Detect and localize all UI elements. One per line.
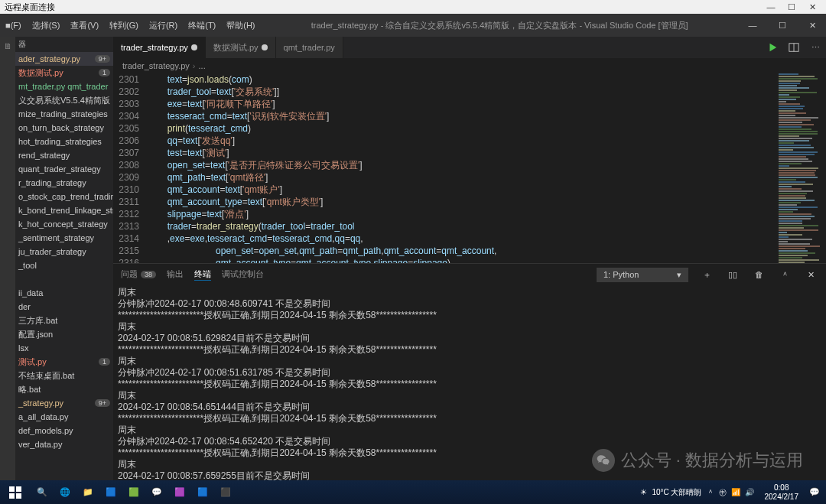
panel-tab[interactable]: 终端: [194, 268, 211, 281]
split-terminal-icon[interactable]: ▯▯: [725, 270, 740, 280]
code-line[interactable]: open_set=open_set,qmt_path=qmt_path,qmt_…: [147, 245, 772, 257]
search-icon[interactable]: 🔍: [31, 480, 54, 504]
breadcrumb[interactable]: trader_strategy.py › ...: [113, 58, 826, 73]
explorer-item[interactable]: _sentiment_strategy: [15, 231, 113, 245]
explorer-item[interactable]: def_models.py: [15, 424, 113, 437]
code-line[interactable]: slippage=text['滑点']: [147, 208, 772, 220]
split-editor-icon[interactable]: [783, 37, 805, 58]
vscode-taskbar-icon[interactable]: 🟦: [191, 480, 214, 504]
panel-tab[interactable]: 输出: [167, 268, 184, 280]
breadcrumb-more[interactable]: ...: [199, 61, 206, 70]
panel-tab[interactable]: 问题38: [121, 268, 156, 280]
wifi-icon[interactable]: 📶: [731, 488, 740, 496]
run-icon[interactable]: [762, 37, 783, 58]
code-line[interactable]: qmt_account_type=qmt_account_type,slippa…: [147, 257, 772, 263]
code-line[interactable]: exe=text['同花顺下单路径']: [147, 98, 772, 110]
more-icon[interactable]: ⋯: [805, 37, 826, 58]
code-editor[interactable]: 2301230223032304230523062307230823092310…: [113, 73, 772, 263]
maximize-panel-icon[interactable]: ＾: [777, 269, 792, 281]
explorer-item[interactable]: ver_data.py: [15, 437, 113, 451]
rdp-minimize-icon[interactable]: —: [762, 2, 780, 11]
explorer-item[interactable]: ju_trader_strategy: [15, 245, 113, 259]
app-icon-2[interactable]: 🟩: [122, 480, 145, 504]
app-icon-1[interactable]: 🟦: [99, 480, 122, 504]
explorer-item[interactable]: rend_strategy: [15, 148, 113, 162]
explorer-item[interactable]: ii_data: [15, 286, 113, 300]
new-terminal-icon[interactable]: ＋: [699, 269, 714, 281]
code-line[interactable]: trader_tool=text['交易系统']]: [147, 86, 772, 98]
code-line[interactable]: qmt_account=text['qmt账户']: [147, 184, 772, 196]
code-line[interactable]: qmt_account_type=text['qmt账户类型']: [147, 196, 772, 208]
explorer-item[interactable]: der: [15, 300, 113, 314]
edge-icon[interactable]: 🌐: [54, 480, 76, 504]
explorer-item[interactable]: mt_trader.py qmt_trader: [15, 80, 113, 93]
editor-tab[interactable]: trader_strategy.py: [113, 37, 206, 58]
explorer-icon[interactable]: 🗎: [0, 41, 15, 60]
explorer-item[interactable]: r_trading_strategy: [15, 176, 113, 190]
code-line[interactable]: ,exe=exe,tesseract_cmd=tesseract_cmd,qq=…: [147, 232, 772, 245]
explorer-item[interactable]: quant_trader_strategy: [15, 162, 113, 176]
app-icon-3[interactable]: 🟪: [168, 480, 191, 504]
explorer-item[interactable]: 测试.py1: [15, 355, 113, 369]
explorer-item[interactable]: 数据测试.py1: [15, 66, 113, 80]
code-line[interactable]: tesseract_cmd=text['识别软件安装位置']: [147, 110, 772, 122]
explorer-item[interactable]: k_bond_trend_linkage_strategy: [15, 203, 113, 217]
editor-tab[interactable]: qmt_trader.py: [276, 37, 343, 58]
vscode-minimize-icon[interactable]: —: [739, 21, 766, 30]
explorer-item[interactable]: hot_trading_strategies: [15, 135, 113, 148]
explorer-item[interactable]: _tool: [15, 259, 113, 272]
system-tray[interactable]: ☀ 10°C 大部晴朗 ＾ ㊥ 📶 🔊: [634, 487, 759, 498]
explorer-item[interactable]: 三方库.bat: [15, 314, 113, 327]
trash-icon[interactable]: 🗑: [751, 270, 766, 279]
explorer-item[interactable]: o_stock_cap_trend_trading: [15, 190, 113, 203]
terminal-output[interactable]: 周末分钟脉冲2024-02-17 00:08:48.609741 不是交易时间*…: [113, 285, 826, 480]
volume-icon[interactable]: 🔊: [745, 488, 754, 496]
code-line[interactable]: open_set=text['是否开启特殊证券公司交易设置']: [147, 159, 772, 171]
menu-help[interactable]: 帮助(H): [221, 14, 260, 37]
explorer-item[interactable]: lsx: [15, 341, 113, 355]
explorer-item[interactable]: 不结束桌面.bat: [15, 369, 113, 382]
wechat-icon[interactable]: 💬: [145, 480, 168, 504]
rdp-maximize-icon[interactable]: ☐: [782, 2, 801, 12]
tray-chevron-icon[interactable]: ＾: [707, 487, 714, 498]
close-panel-icon[interactable]: ✕: [803, 270, 818, 280]
taskbar-clock[interactable]: 0:08 2024/2/17: [760, 483, 804, 502]
explorer-item[interactable]: _strategy.py9+: [15, 396, 113, 410]
explorer-taskbar-icon[interactable]: 📁: [76, 480, 99, 504]
code-line[interactable]: test=text['测试']: [147, 147, 772, 159]
menu-run[interactable]: 运行(R): [144, 14, 183, 37]
vscode-close-icon[interactable]: ✕: [798, 21, 826, 31]
code-line[interactable]: qq=text['发送qq']: [147, 135, 772, 147]
terminal-line: 周末: [118, 459, 821, 470]
menu-terminal[interactable]: 终端(T): [183, 14, 221, 37]
terminal-selector[interactable]: 1: Python ▾: [597, 268, 688, 282]
minimap[interactable]: [772, 73, 826, 263]
explorer-item[interactable]: a_all_data.py: [15, 410, 113, 424]
explorer-item[interactable]: 配置.json: [15, 327, 113, 341]
menu-select[interactable]: 选择(S): [27, 14, 66, 37]
code-line[interactable]: trader=trader_strategy(trader_tool=trade…: [147, 220, 772, 232]
ime-icon[interactable]: ㊥: [719, 487, 727, 498]
vscode-maximize-icon[interactable]: ☐: [769, 21, 796, 31]
menu-view[interactable]: 查看(V): [65, 14, 104, 37]
explorer-item[interactable]: k_hot_concept_strategy: [15, 217, 113, 231]
notification-icon[interactable]: 💬: [803, 480, 826, 504]
explorer-item[interactable]: mize_trading_strategies: [15, 107, 113, 121]
code-line[interactable]: text=json.loads(com): [147, 73, 772, 86]
code-line[interactable]: qmt_path=text['qmt路径']: [147, 171, 772, 184]
rdp-close-icon[interactable]: ✕: [803, 2, 821, 12]
explorer-item[interactable]: 略.bat: [15, 382, 113, 396]
code-line[interactable]: print(tesseract_cmd): [147, 122, 772, 135]
start-button[interactable]: [0, 486, 31, 499]
explorer-item[interactable]: [15, 272, 113, 286]
terminal-taskbar-icon[interactable]: ⬛: [214, 480, 237, 504]
menu-file[interactable]: ■(F): [0, 14, 27, 37]
panel-tab[interactable]: 调试控制台: [222, 268, 264, 280]
code-content[interactable]: text=json.loads(com) trader_tool=text['交…: [147, 73, 772, 263]
explorer-item[interactable]: 义交易系统V5.5.4精简版，自定义实…: [15, 93, 113, 107]
menu-go[interactable]: 转到(G): [104, 14, 144, 37]
breadcrumb-file[interactable]: trader_strategy.py: [122, 61, 190, 70]
explorer-item[interactable]: on_turn_back_strategy: [15, 121, 113, 135]
editor-tab[interactable]: 数据测试.py: [206, 37, 276, 58]
explorer-item[interactable]: ader_strategy.py9+: [15, 52, 113, 66]
